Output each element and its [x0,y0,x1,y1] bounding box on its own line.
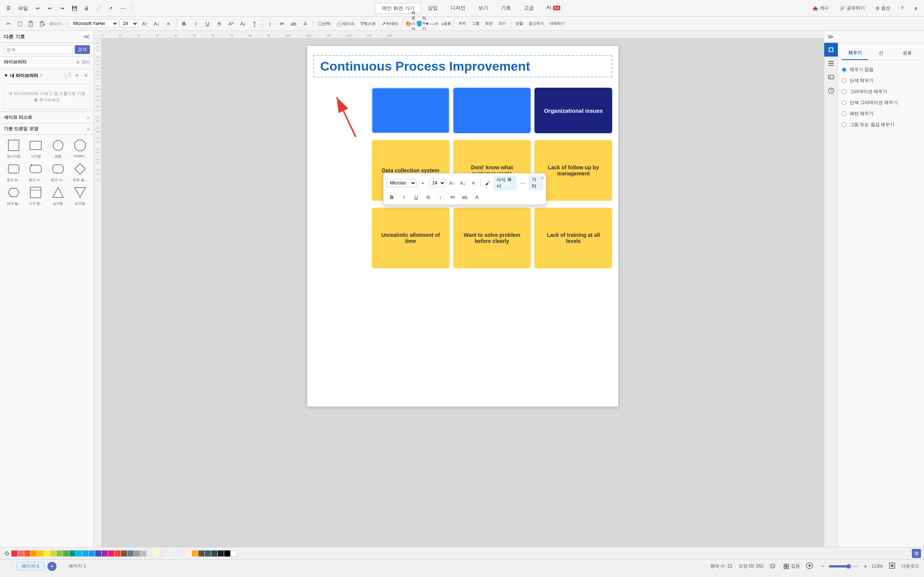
reference-btn[interactable]: 참고하기 [527,18,546,29]
subscript-btn[interactable]: A₂ [238,18,248,29]
help-btn[interactable]: ? [897,4,907,13]
advanced-tab[interactable]: 고급 [518,3,540,14]
text-style2-btn[interactable]: ab [288,18,299,29]
ft-font-decrease[interactable]: A↓ [458,178,467,188]
page-canvas[interactable]: Continuous Process Improvement [307,46,618,406]
color-swatch-light-green[interactable] [56,550,63,556]
color-swatch-teal[interactable] [69,550,76,556]
color-swatch-dark-yellow[interactable] [192,550,198,556]
fill-radio-solid[interactable] [842,78,847,83]
fit-btn[interactable] [889,562,895,570]
zoom-slider[interactable] [829,565,859,567]
panel-fill-icon-btn[interactable] [824,43,838,56]
ft-font-select[interactable]: Microso [387,179,416,187]
undo-btn[interactable]: ↩ [33,3,43,14]
publish-btn[interactable]: 📤 게시 [809,3,832,13]
fill-radio-none[interactable] [842,67,847,72]
color-swatch-dark-brown[interactable] [198,550,204,556]
align2-btn[interactable]: 정렬 [513,18,525,29]
canvas-area[interactable]: 0 10 20 30 40 50 60 70 80 90 100 110 120… [94,31,824,547]
add-page-btn[interactable]: + [47,562,56,571]
shape-item-square-shape[interactable]: 사각 형... [26,185,45,206]
card-lack-followup[interactable]: Lack of follow up by management [534,140,612,201]
position-btn[interactable]: 위치 [456,18,468,29]
zoom-handle[interactable] [846,564,851,569]
tab-sound[interactable]: 응용 [894,47,920,60]
options-btn[interactable]: ⚙ 옵션 [872,3,894,13]
font-size-select[interactable]: 24 [119,19,138,28]
ft-format-copy-btn[interactable]: 서식 복사 [493,176,517,190]
ft-size-select[interactable]: 24 [429,179,446,187]
panel-help-icon-btn[interactable]: ? [824,84,838,98]
copy-btn[interactable]: 📋 [14,18,25,29]
card-blue-1[interactable] [372,88,450,133]
redo-btn[interactable]: ↪ [57,3,67,14]
underline-btn[interactable]: U [202,18,213,29]
line-spacing-btn[interactable]: ↕ [265,18,275,29]
focus-btn[interactable]: 집중 [783,563,800,569]
ft-more-label[interactable]: 기타 [529,176,543,190]
close-lib-btn[interactable]: × [82,72,90,79]
zoom-in-btn[interactable]: + [861,562,869,570]
insert-tab[interactable]: 삽입 [422,3,444,14]
fill-radio-solid-gradient[interactable] [842,100,847,105]
print-btn[interactable]: 🖨 [81,3,92,14]
superscript-btn[interactable]: A² [226,18,236,29]
shape-item-triangle1[interactable]: 삼각형 [48,185,68,206]
ft-bold-btn[interactable]: B [387,192,397,202]
paste-btn[interactable] [26,18,36,29]
fill-radio-pattern[interactable] [842,111,847,116]
color-swatch-red[interactable] [11,550,18,556]
basic-drawing-header[interactable]: 기본 드로잉 모양 × [0,123,94,135]
design-tab[interactable]: 디자인 [445,3,471,14]
decrease-font-btn[interactable]: A↓ [151,18,162,29]
ft-list-btn[interactable]: ≡• [447,192,458,202]
line-color-btn[interactable]: — 선 [429,18,440,29]
tab-fill[interactable]: 채우기 [842,47,868,60]
ft-format-copy[interactable]: 🖌 [483,178,492,188]
color-swatch-cyan[interactable] [76,550,82,556]
card-unrealistic[interactable]: Unrealistic allotment of time [372,208,450,268]
color-swatch-pale-blue[interactable] [173,550,178,556]
ft-more-btn[interactable]: ⋯ [518,178,527,188]
connector-btn[interactable]: ↗ 커넥터 [379,18,400,29]
color-swatch-indigo[interactable] [95,550,101,556]
ft-close-btn[interactable]: × [541,175,544,181]
quick-style-btn[interactable]: 🎨 빠른 스타일 [405,18,416,29]
basic-drawing-close-btn[interactable]: × [87,126,90,132]
ft-align-btn[interactable]: ≡ [469,178,478,188]
font-color-btn[interactable]: A [300,18,311,29]
ai-tab[interactable]: AI hot [540,3,566,14]
color-swatch-brown[interactable] [121,550,127,556]
more-btn[interactable]: 📄 [93,3,104,14]
font-family-select[interactable]: Microsoft YaHei [69,19,118,28]
group-btn[interactable]: 그룹 [469,18,482,29]
replace-btn[interactable]: 대체하기 [547,18,567,29]
palette-setting-left[interactable] [3,550,11,557]
fill-option-solid-gradient[interactable]: 단색 그라데이션 채우기 [842,97,920,108]
shape-item-octant[interactable]: Octant... [70,138,90,159]
shape-item-rounded-rect1[interactable]: 둥근 정... [4,161,24,182]
color-swatch-black[interactable] [224,550,230,556]
card-blue-2[interactable] [453,88,531,133]
manage-btn[interactable]: 관리 [82,59,90,65]
shape-item-rounded-rect3[interactable]: 둥근 사... [48,161,68,182]
color-swatch-grey-blue[interactable] [127,550,133,556]
color-swatch-dark-grey-blue[interactable] [205,550,211,556]
color-swatch-pale-purple[interactable] [160,550,166,556]
shape-item-opposite[interactable]: 반대 필... [4,185,24,206]
ft-italic-btn[interactable]: I [399,192,409,202]
fill-option-image[interactable]: 그림 또는 질감 채우기 [842,119,920,130]
fill-option-gradient[interactable]: 그라데이션 채우기 [842,86,920,97]
tab-line[interactable]: 선 [868,47,894,60]
file-menu[interactable]: 파일 [15,3,31,13]
shape-list-close-btn[interactable]: × [87,114,90,121]
menu-more-btn[interactable]: ⋯ [117,3,128,14]
color-swatch-lime[interactable] [50,550,56,556]
color-swatch-near-black[interactable] [218,550,224,556]
panel-image-icon-btn[interactable] [824,70,838,84]
shape-btn[interactable]: ⬜ 세이프 [334,18,357,29]
shape-item-triangle2[interactable]: 삼각형 [70,185,90,206]
panel-expand-btn[interactable]: ≫ [827,33,834,40]
shape-item-rect[interactable]: 사각형 [26,138,45,159]
